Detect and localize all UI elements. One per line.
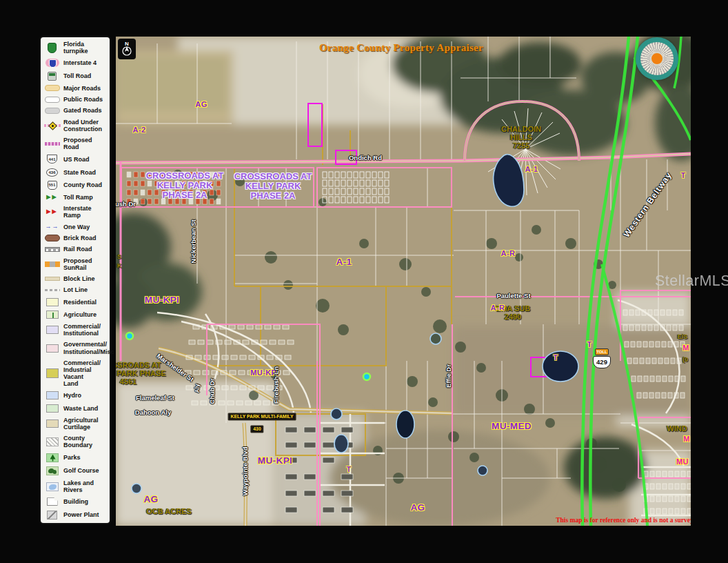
legend-item-label: Florida turnpike [63,41,108,55]
legend-item-interstate-4: Interstate 4 [43,59,108,67]
legend-item-gated-roads: Gated Roads [43,107,108,114]
agri-icon [43,310,61,319]
toll-banner: TOLL [595,348,609,355]
legend-item-label: Building [63,498,88,505]
legend-item-interstate-ramp: Interstate Ramp [43,205,108,219]
legend-item-toll-road: Toll Road [43,72,108,81]
legend-item-label: Brick Road [63,235,97,241]
legend-item-label: Waste Land [63,405,98,412]
legend-item-label: Commercial/ Institutional [63,323,101,337]
sunrail-icon [43,261,61,267]
legend-item-hydro: Hydro [43,391,108,399]
legend-item-agriculture: Agriculture [43,310,108,319]
legend-item-label: US Road [63,156,90,163]
legend-item-lakes-and-rivers: Lakes and Rivers [43,480,108,493]
power-icon [43,511,61,520]
i4-icon [43,59,61,67]
legend-item-building: Building [43,497,108,506]
legend-item-label: Proposed Road [63,137,108,150]
legend-item-state-road: 436State Road [43,168,108,177]
legend-item-commercial-industrial-vacant-land: Commercial/ Industrial Vacant Land [43,359,108,387]
building-icon [43,497,61,506]
legend-item-parks: Parks [43,453,108,462]
legend-item-label: Gated Roads [63,107,102,114]
legend-item-label: Hydro [63,392,81,399]
hydro-icon [43,391,61,399]
legend-item-label: Agricultural Curtilage [63,417,99,431]
legend-item-label: Road Under Construction [63,119,102,132]
legend-item-power-plant: Power Plant [43,511,108,520]
oneway-icon [43,224,61,230]
legend-item-road-under-construction: Road Under Construction [43,119,108,132]
legend-item-label: Toll Ramp [63,194,93,201]
legend-item-label: Major Roads [63,85,101,92]
legend-item-governmental-institutional-misc: Governmental/ Institutional/Misc [43,341,108,355]
gated-icon [43,108,61,114]
legend-item-proposed-road: Proposed Road [43,137,108,150]
comm-icon [43,326,61,334]
route-number: 429 [593,356,611,368]
legend-list: Florida turnpikeInterstate 4Toll RoadMaj… [41,37,110,523]
legend-panel: Florida turnpikeInterstate 4Toll RoadMaj… [39,36,111,524]
legend-item-label: Rail Road [63,246,92,253]
legend-item-us-road: 441US Road [43,155,108,164]
toll-icon [43,72,61,81]
legend-item-one-way: One Way [43,224,108,230]
seal-center [650,52,664,66]
legend-item-golf-course: Golf Course [43,466,108,475]
legend-item-label: County Boundary [63,435,108,448]
gov-icon [43,344,61,353]
county-icon: 551 [43,181,61,190]
north-arrow-icon: N [118,39,136,59]
legend-item-agricultural-curtilage: Agricultural Curtilage [43,417,108,431]
screenshot-canvas: Florida turnpikeInterstate 4Toll RoadMaj… [0,0,728,563]
legend-item-label: Commercial/ Industrial Vacant Land [63,359,108,387]
legend-item-label: Governmental/ Institutional/Misc [63,341,114,355]
route-shield-429: TOLL 429 [593,348,611,368]
legend-item-commercial-institutional: Commercial/ Institutional [43,323,108,337]
iramp-icon [43,208,61,215]
legend-item-florida-turnpike: Florida turnpike [43,41,108,55]
public-icon [43,97,61,103]
state-icon: 436 [43,168,61,177]
legend-item-waste-land: Waste Land [43,404,108,413]
legend-item-brick-road: Brick Road [43,235,108,241]
legend-item-label: Lot Line [63,286,88,293]
legend-item-residential: Residential [43,298,108,306]
legend-item-lot-line: Lot Line [43,286,108,293]
map-canvas[interactable] [116,37,691,526]
brick-icon [43,235,61,241]
us-icon: 441 [43,155,61,164]
legend-item-label: Block Line [63,275,95,282]
legend-item-label: State Road [63,169,96,176]
rail-icon [43,247,61,252]
waste-icon [43,404,61,413]
proposed-icon [43,142,61,146]
legend-item-label: One Way [63,224,90,230]
curt-icon [43,419,61,428]
legend-item-proposed-sunrail: Proposed SunRail [43,257,108,271]
parks-icon [43,453,61,462]
legend-item-county-road: 551County Road [43,181,108,190]
legend-item-label: Parks [63,454,81,461]
map-viewport[interactable]: N TOLL 429 Orange County Property Apprai… [116,37,691,526]
residential-icon [43,298,61,306]
block-icon [43,277,61,281]
tollramp-icon [43,194,61,201]
constr-icon [43,121,61,130]
lot-icon [43,289,61,291]
golf-icon [43,466,61,475]
legend-item-label: Public Roads [63,96,103,103]
legend-item-label: Golf Course [63,467,99,474]
legend-item-rail-road: Rail Road [43,246,108,253]
legend-item-label: Agriculture [63,311,97,318]
legend-item-label: Residential [63,299,97,306]
svg-text:N: N [125,41,129,47]
major-icon [43,85,61,91]
legend-item-label: Toll Road [63,72,91,79]
lakes-icon [43,482,61,491]
vacant-icon [43,368,61,378]
legend-item-county-boundary: County Boundary [43,435,108,448]
legend-item-label: Interstate Ramp [63,205,108,219]
legend-item-label: Lakes and Rivers [63,480,108,493]
